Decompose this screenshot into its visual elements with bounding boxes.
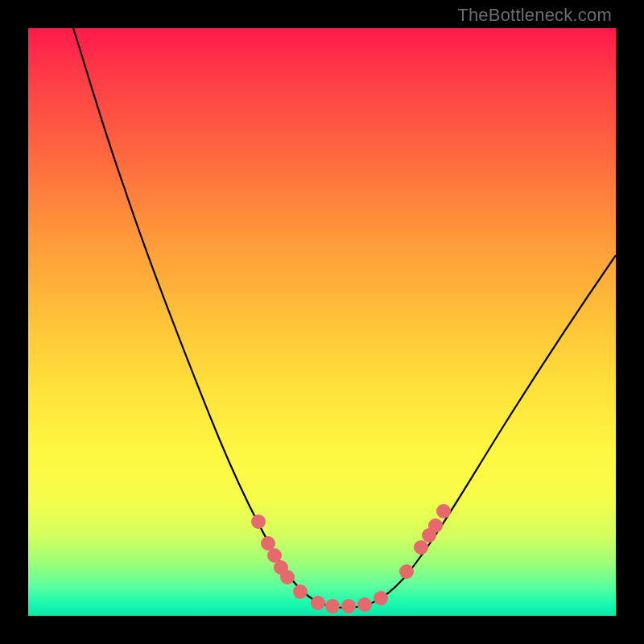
dot <box>414 540 428 555</box>
dot <box>311 596 325 610</box>
dot <box>325 599 340 613</box>
plot-area <box>28 28 616 616</box>
dot <box>374 591 388 605</box>
chart-frame: TheBottleneck.com <box>0 0 644 644</box>
dot <box>293 584 308 599</box>
dot <box>399 564 414 579</box>
curve-dots <box>251 504 451 613</box>
dot <box>341 599 356 613</box>
dot <box>280 570 295 584</box>
bottleneck-curve <box>73 28 616 608</box>
dot <box>436 504 451 518</box>
curve-svg <box>28 28 616 616</box>
dot <box>357 597 372 612</box>
watermark-text: TheBottleneck.com <box>457 5 612 26</box>
dot <box>251 514 266 529</box>
dot <box>428 518 443 533</box>
